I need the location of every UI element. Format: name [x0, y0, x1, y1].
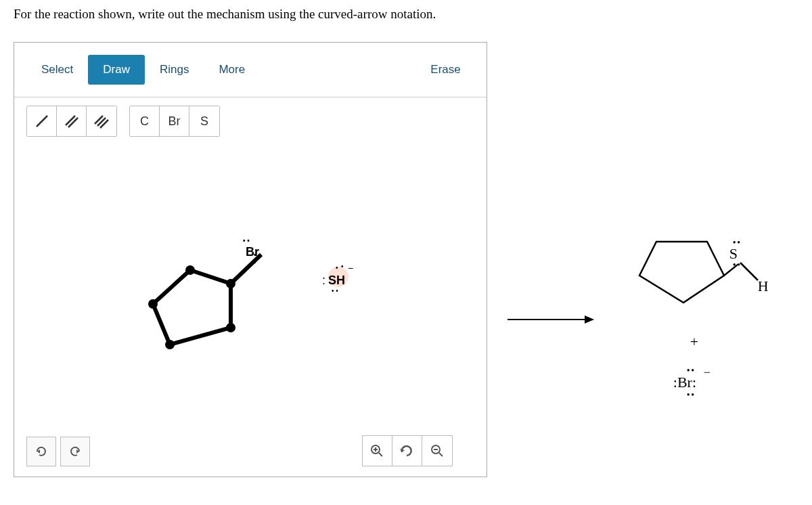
svg-line-1 — [66, 116, 75, 125]
svg-line-0 — [37, 116, 47, 127]
undo-button[interactable] — [26, 437, 56, 466]
double-bond-icon — [62, 112, 81, 131]
lone-pair-dots: • • — [687, 390, 694, 401]
product-area: • • S • • H + • • :Br: • • − — [616, 42, 798, 232]
zoom-controls — [362, 435, 453, 466]
svg-line-27 — [740, 263, 758, 280]
svg-point-11 — [148, 299, 158, 309]
hydrosulfide-label: • − • :SH • • — [322, 273, 345, 288]
svg-point-7 — [185, 265, 195, 275]
main-content: Select Draw Rings More Erase — [14, 42, 798, 477]
bromine-button[interactable]: Br — [160, 106, 189, 136]
reaction-arrow-icon — [508, 313, 595, 326]
editor-panel: Select Draw Rings More Erase — [14, 42, 487, 477]
sub-toolbar: C Br S — [14, 97, 487, 145]
cyclopentyl-bromide-structure — [143, 246, 278, 385]
bromide-charge: − — [704, 366, 710, 380]
tool-tabs: Select Draw Rings More — [26, 55, 260, 85]
bond-tools — [26, 106, 117, 137]
zoom-reset-icon — [399, 443, 414, 458]
svg-marker-24 — [585, 315, 594, 324]
erase-button[interactable]: Erase — [417, 55, 474, 85]
bromide-product-label: :Br: — [673, 374, 696, 391]
single-bond-button[interactable] — [27, 106, 57, 136]
svg-marker-6 — [153, 270, 231, 345]
svg-line-16 — [379, 453, 382, 456]
zoom-out-button[interactable] — [422, 436, 452, 466]
single-bond-icon — [32, 112, 51, 131]
bromine-atom-label: • • Br • • — [246, 245, 259, 259]
draw-tab[interactable]: Draw — [88, 55, 145, 85]
drawing-canvas[interactable]: • • Br • • • − • :SH • • — [14, 145, 487, 477]
hydrogen-product-label: H — [758, 278, 769, 295]
zoom-in-button[interactable] — [363, 436, 392, 466]
rings-tab[interactable]: Rings — [145, 55, 204, 85]
redo-button[interactable] — [60, 437, 90, 466]
select-tab[interactable]: Select — [26, 55, 88, 85]
zoom-reset-button[interactable] — [392, 436, 422, 466]
carbon-button[interactable]: C — [130, 106, 160, 136]
more-tab[interactable]: More — [204, 55, 260, 85]
triple-bond-button[interactable] — [87, 106, 116, 136]
main-toolbar: Select Draw Rings More Erase — [14, 43, 487, 97]
undo-redo-controls — [26, 437, 90, 466]
sulfur-button[interactable]: S — [189, 106, 219, 136]
reaction-arrow-area — [508, 42, 595, 329]
plus-sign: + — [690, 333, 698, 351]
svg-line-2 — [68, 118, 78, 127]
undo-icon — [35, 445, 48, 458]
atom-buttons: C Br S — [129, 106, 220, 137]
svg-line-21 — [439, 453, 443, 456]
zoom-in-icon — [369, 443, 384, 458]
svg-point-10 — [165, 340, 175, 349]
double-bond-button[interactable] — [57, 106, 87, 136]
zoom-out-icon — [430, 443, 445, 458]
redo-icon — [68, 445, 82, 458]
svg-point-9 — [226, 323, 235, 332]
svg-marker-25 — [639, 242, 724, 303]
question-text: For the reaction shown, write out the me… — [14, 7, 798, 22]
triple-bond-icon — [92, 112, 111, 131]
cyclopentyl-thiol-structure — [616, 232, 738, 315]
